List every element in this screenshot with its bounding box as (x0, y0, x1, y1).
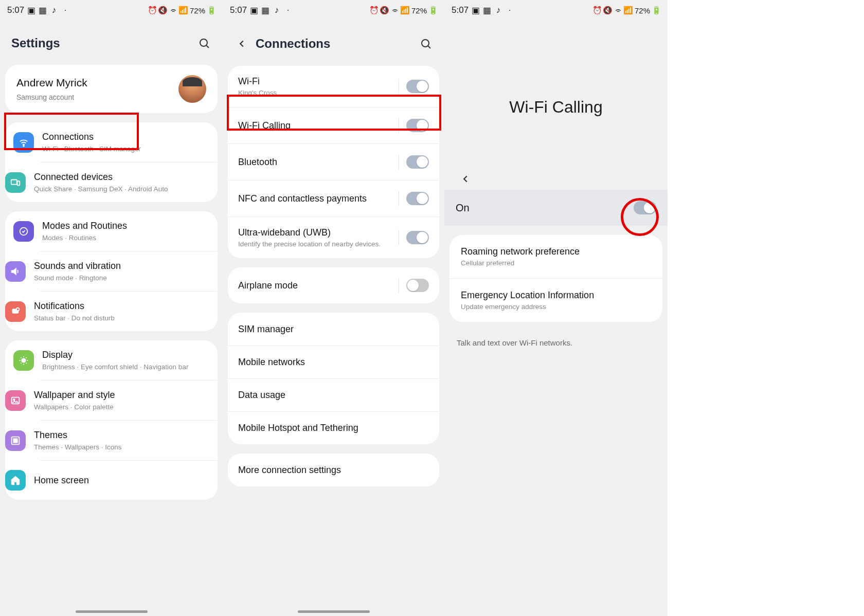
page-title: Connections (256, 37, 419, 51)
avatar[interactable] (178, 75, 206, 103)
settings-item[interactable]: Home screen (40, 460, 218, 500)
svg-point-0 (200, 39, 207, 46)
item-sub: Wi-Fi · Bluetooth · SIM manager (42, 145, 209, 153)
item-title: Ultra-wideband (UWB) (238, 227, 399, 238)
settings-item[interactable]: ThemesThemes · Wallpapers · Icons (40, 420, 218, 460)
wifi-icon (169, 6, 177, 14)
item-sub: King's Cross (238, 89, 399, 97)
item-sub: Themes · Wallpapers · Icons (34, 443, 209, 451)
toggle[interactable] (406, 80, 429, 93)
item-sub: Identify the precise location of nearby … (238, 240, 399, 248)
wifi-icon (391, 6, 399, 14)
connections-item[interactable]: Data usage (228, 378, 439, 411)
svg-line-14 (428, 46, 431, 49)
wificalling-item[interactable]: Roaming network preferenceCellular prefe… (449, 235, 662, 278)
settings-item[interactable]: Sounds and vibrationSound mode · Rington… (40, 251, 218, 291)
alarm-icon: ⏰ (370, 6, 379, 14)
item-title: Wallpaper and style (34, 390, 209, 401)
music-icon: ♪ (494, 6, 502, 14)
account-sub: Samsung account (16, 93, 178, 101)
search-button[interactable] (197, 36, 211, 50)
connections-item[interactable]: SIM manager (228, 313, 439, 346)
connections-group: More connection settings (228, 454, 439, 486)
item-title: Home screen (34, 475, 209, 486)
svg-rect-12 (13, 439, 17, 442)
item-title: Connections (42, 132, 209, 142)
search-icon (420, 38, 432, 50)
footer-note: Talk and text over Wi-Fi networks. (444, 331, 668, 354)
chevron-left-icon (236, 38, 247, 49)
item-title: Display (42, 350, 209, 360)
svg-rect-4 (17, 181, 20, 185)
item-sub: Update emergency address (461, 303, 594, 311)
toggle[interactable] (406, 279, 429, 292)
settings-item[interactable]: Wallpaper and styleWallpapers · Color pa… (40, 380, 218, 420)
header: Settings (0, 21, 223, 65)
card-icon: ▦ (261, 6, 269, 14)
connections-item[interactable]: Bluetooth (228, 143, 439, 180)
wificalling-item[interactable]: Emergency Location InformationUpdate eme… (449, 278, 662, 322)
item-title: Roaming network preference (461, 246, 580, 257)
connections-item[interactable]: Ultra-wideband (UWB)Identify the precise… (228, 216, 439, 258)
wallpaper-icon (5, 390, 26, 411)
search-button[interactable] (419, 37, 433, 51)
item-sub: Wallpapers · Color palette (34, 403, 209, 411)
settings-item[interactable]: Connected devicesQuick Share · Samsung D… (40, 162, 218, 202)
alarm-icon: ⏰ (149, 6, 157, 14)
item-sub: Status bar · Do not disturb (34, 314, 209, 322)
item-sub: Brightness · Eye comfort shield · Naviga… (42, 363, 209, 371)
account-name: Andrew Myrick (16, 77, 178, 89)
status-bar: 5:07 ▣ ▦ ♪ · ⏰ 🔇 📶 72% 🔋 (0, 0, 223, 21)
item-title: Data usage (238, 390, 429, 401)
wifi-icon (614, 6, 622, 14)
alarm-icon: ⏰ (593, 6, 602, 14)
item-sub: Cellular preferred (461, 259, 580, 267)
settings-item[interactable]: ConnectionsWi-Fi · Bluetooth · SIM manag… (5, 122, 218, 162)
battery-pct: 72% (411, 6, 427, 15)
connections-item[interactable]: Mobile Hotspot and Tethering (228, 411, 439, 444)
search-icon (198, 37, 210, 49)
toggle[interactable] (406, 231, 429, 244)
image-icon: ▣ (472, 6, 480, 14)
battery-icon: 🔋 (207, 6, 215, 14)
item-title: NFC and contactless payments (238, 193, 399, 204)
on-label: On (456, 202, 470, 214)
connections-item[interactable]: Wi-Fi Calling (228, 107, 439, 143)
settings-item[interactable]: NotificationsStatus bar · Do not disturb (40, 291, 218, 331)
signal-icon: 📶 (401, 6, 409, 14)
item-title: Wi-Fi (238, 76, 399, 87)
toggle[interactable] (406, 155, 429, 169)
settings-group: Modes and RoutinesModes · RoutinesSounds… (5, 211, 218, 331)
settings-item[interactable]: Modes and RoutinesModes · Routines (5, 211, 218, 251)
account-card[interactable]: Andrew Myrick Samsung account (5, 65, 218, 113)
toggle[interactable] (406, 192, 429, 205)
connections-item[interactable]: Airplane mode (228, 267, 439, 303)
connections-item[interactable]: Wi-FiKing's Cross (228, 66, 439, 107)
battery-pct: 72% (190, 6, 205, 15)
master-toggle-row[interactable]: On (444, 190, 668, 226)
connections-item[interactable]: More connection settings (228, 454, 439, 486)
status-time: 5:07 (452, 5, 469, 15)
settings-item[interactable]: DisplayBrightness · Eye comfort shield ·… (5, 340, 218, 380)
connections-item[interactable]: NFC and contactless payments (228, 180, 439, 216)
gesture-bar[interactable] (76, 610, 148, 613)
settings-group: ConnectionsWi-Fi · Bluetooth · SIM manag… (5, 122, 218, 202)
battery-pct: 72% (635, 6, 650, 15)
master-toggle[interactable] (634, 201, 656, 214)
back-button[interactable] (460, 173, 475, 185)
toggle[interactable] (406, 119, 429, 132)
item-sub: Modes · Routines (42, 234, 209, 242)
svg-point-13 (422, 40, 429, 47)
image-icon: ▣ (27, 6, 35, 14)
item-title: Sounds and vibration (34, 261, 209, 271)
svg-point-10 (13, 398, 15, 400)
gesture-bar[interactable] (298, 610, 370, 613)
status-time: 5:07 (7, 5, 24, 15)
connections-item[interactable]: Mobile networks (228, 346, 439, 378)
back-button[interactable] (234, 36, 249, 51)
connections-group: Airplane mode (228, 267, 439, 303)
item-sub: Sound mode · Ringtone (34, 274, 209, 282)
image-icon: ▣ (250, 6, 258, 14)
status-bar: 5:07 ▣ ▦ ♪ · ⏰ 🔇 📶 72% 🔋 (223, 0, 444, 21)
sound-icon (5, 261, 26, 282)
